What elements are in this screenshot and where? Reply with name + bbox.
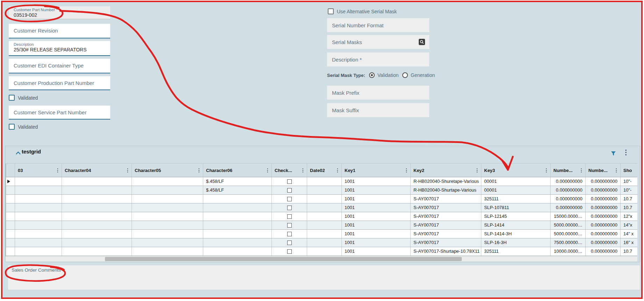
cell-num1[interactable]: 0.000000000 bbox=[550, 186, 585, 194]
row-marker-cell[interactable] bbox=[6, 177, 15, 186]
cell-c05[interactable] bbox=[132, 195, 203, 203]
cell-check[interactable] bbox=[271, 221, 307, 229]
cell-c03[interactable] bbox=[15, 203, 62, 212]
cell-key1[interactable]: 1001 bbox=[341, 238, 410, 247]
column-menu-kebab-icon[interactable]: ⋮ bbox=[300, 167, 305, 173]
cell-sho[interactable]: 10"- bbox=[620, 186, 637, 194]
cell-date02[interactable] bbox=[307, 203, 341, 212]
collapse-chevron-icon[interactable] bbox=[15, 150, 21, 157]
cell-c04[interactable] bbox=[62, 230, 132, 238]
cell-c05[interactable] bbox=[132, 212, 203, 221]
cell-key2[interactable]: S-AY007017 bbox=[410, 230, 481, 238]
cell-key3[interactable]: 325111 bbox=[481, 247, 550, 256]
cell-num2[interactable]: 0.000000000 bbox=[585, 238, 620, 247]
table-row[interactable]: $.458/LF1001R-HB020040-Shurtape-Various0… bbox=[6, 186, 637, 195]
cell-date02[interactable] bbox=[307, 238, 341, 247]
grid-menu-kebab-icon[interactable]: ⋮ bbox=[623, 149, 629, 156]
cell-c06[interactable] bbox=[203, 221, 271, 229]
cell-key1[interactable]: 1001 bbox=[341, 177, 410, 186]
cell-check[interactable] bbox=[271, 238, 307, 247]
cell-key2[interactable]: S-AY007017 bbox=[410, 238, 481, 247]
cell-c06[interactable]: $.458/LF bbox=[203, 177, 271, 186]
cell-key1[interactable]: 1001 bbox=[341, 186, 410, 194]
cell-key1[interactable]: 1001 bbox=[341, 247, 410, 256]
column-header-2[interactable]: Character05⋮ bbox=[132, 164, 203, 177]
cell-sho[interactable]: 10.7 bbox=[620, 203, 637, 212]
customer-part-number-field[interactable]: Customer Part Number * 03519-002 bbox=[9, 6, 110, 19]
cell-c05[interactable] bbox=[132, 230, 203, 238]
row-checkbox[interactable] bbox=[287, 214, 292, 219]
cell-c05[interactable] bbox=[132, 186, 203, 194]
filter-icon[interactable] bbox=[611, 151, 616, 158]
column-header-10[interactable]: Numbe...⋮ bbox=[585, 164, 620, 177]
table-row[interactable]: $.458/LF1001R-HB020040-Shuretape-Various… bbox=[6, 177, 637, 186]
cell-date02[interactable] bbox=[307, 177, 341, 186]
cell-num2[interactable]: 0.000000000 bbox=[585, 230, 620, 238]
column-header-8[interactable]: Key3⋮ bbox=[481, 164, 550, 177]
cell-key1[interactable]: 1001 bbox=[341, 212, 410, 221]
horizontal-scrollbar[interactable] bbox=[6, 256, 637, 261]
cell-num2[interactable]: 0.000000000 bbox=[585, 186, 620, 194]
cell-c04[interactable] bbox=[62, 247, 132, 256]
column-header-3[interactable]: Character06⋮ bbox=[203, 164, 271, 177]
validated-checkbox-1[interactable] bbox=[9, 95, 15, 101]
cell-c06[interactable] bbox=[203, 203, 271, 212]
cell-sho[interactable]: 10"- bbox=[620, 177, 637, 186]
validated-checkbox-2[interactable] bbox=[9, 124, 15, 130]
cell-key3[interactable]: SLP-1414 bbox=[481, 221, 550, 229]
serial-mask-type-generation-option[interactable]: Generation bbox=[402, 72, 435, 78]
cell-c06[interactable] bbox=[203, 195, 271, 203]
cell-key1[interactable]: 1001 bbox=[341, 203, 410, 212]
row-checkbox[interactable] bbox=[287, 206, 292, 210]
cell-check[interactable] bbox=[271, 195, 307, 203]
table-row[interactable]: 1001S-AY007017SLP-1214515000.0000…0.0000… bbox=[6, 212, 637, 221]
row-checkbox[interactable] bbox=[287, 188, 292, 193]
cell-date02[interactable] bbox=[307, 247, 341, 256]
cell-num2[interactable]: 0.000000000 bbox=[585, 177, 620, 186]
customer-service-part-number-field[interactable]: Customer Service Part Number bbox=[9, 106, 110, 120]
table-row[interactable]: 1001S-AY007017SLP-1414-3H5000.00000…0.00… bbox=[6, 230, 637, 238]
cell-num2[interactable]: 0.000000000 bbox=[585, 247, 620, 256]
cell-c05[interactable] bbox=[132, 221, 203, 229]
row-marker-cell[interactable] bbox=[6, 238, 15, 247]
cell-num1[interactable]: 0.000000000 bbox=[550, 203, 585, 212]
cell-key2[interactable]: S-AY007017 bbox=[410, 203, 481, 212]
table-row[interactable]: 1001S-AY007017SLP-1078110.0000000000.000… bbox=[6, 203, 637, 212]
sales-order-comments-field[interactable]: Sales Order Comments bbox=[8, 265, 640, 290]
serial-number-format-field[interactable]: Serial Number Format bbox=[327, 18, 429, 32]
column-header-0[interactable]: 03⋮ bbox=[15, 164, 62, 177]
cell-key3[interactable]: 00001 bbox=[481, 186, 550, 194]
cell-date02[interactable] bbox=[307, 195, 341, 203]
search-document-icon[interactable] bbox=[419, 39, 425, 45]
serial-masks-field[interactable]: Serial Masks bbox=[327, 35, 429, 49]
cell-c04[interactable] bbox=[62, 238, 132, 247]
row-checkbox[interactable] bbox=[287, 241, 292, 245]
cell-c05[interactable] bbox=[132, 247, 203, 256]
column-header-4[interactable]: Check...⋮ bbox=[271, 164, 307, 177]
cell-sho[interactable]: 16" x bbox=[620, 238, 637, 247]
table-row[interactable]: 1001S-AY0070173251110.0000000000.0000000… bbox=[6, 195, 637, 203]
cell-c04[interactable] bbox=[62, 203, 132, 212]
cell-sho[interactable]: 10.7 bbox=[620, 247, 637, 256]
cell-key3[interactable]: SLP-107811 bbox=[481, 203, 550, 212]
cell-date02[interactable] bbox=[307, 212, 341, 221]
column-menu-kebab-icon[interactable]: ⋮ bbox=[125, 167, 130, 173]
cell-key1[interactable]: 1001 bbox=[341, 195, 410, 203]
cell-check[interactable] bbox=[271, 186, 307, 194]
cell-num2[interactable]: 0.000000000 bbox=[585, 212, 620, 221]
row-marker-cell[interactable] bbox=[6, 230, 15, 238]
column-menu-kebab-icon[interactable]: ⋮ bbox=[579, 167, 584, 173]
row-marker-cell[interactable] bbox=[6, 186, 15, 194]
cell-c03[interactable] bbox=[15, 238, 62, 247]
cell-num2[interactable]: 0.000000000 bbox=[585, 195, 620, 203]
column-menu-kebab-icon[interactable]: ⋮ bbox=[614, 167, 619, 173]
column-menu-kebab-icon[interactable]: ⋮ bbox=[335, 167, 340, 173]
cell-c04[interactable] bbox=[62, 212, 132, 221]
mask-suffix-field[interactable]: Mask Suffix bbox=[327, 103, 429, 117]
cell-check[interactable] bbox=[271, 212, 307, 221]
cell-key2[interactable]: S-AY007017 bbox=[410, 212, 481, 221]
serial-mask-description-field[interactable]: Description * bbox=[327, 52, 429, 66]
customer-revision-field[interactable]: Customer Revision bbox=[9, 24, 110, 38]
row-checkbox[interactable] bbox=[287, 197, 292, 201]
cell-num2[interactable]: 0.000000000 bbox=[585, 221, 620, 229]
